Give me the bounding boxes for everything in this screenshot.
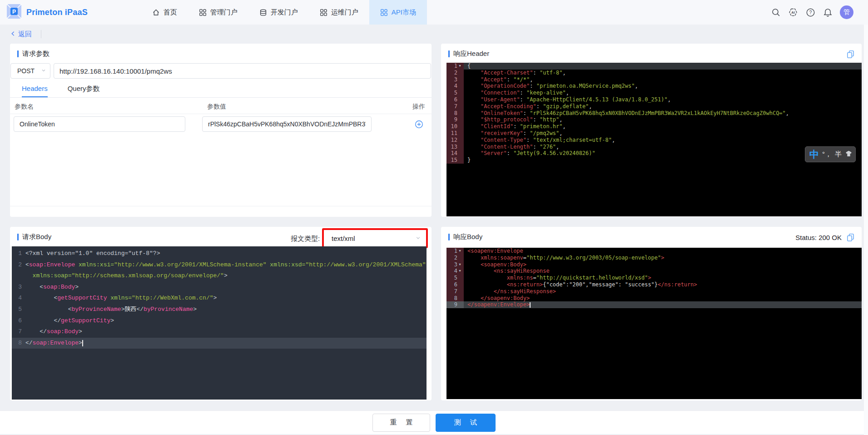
code-line: 4▼ <ns:sayHiResponse [446, 268, 862, 275]
status-badge: Status: 200 OK [795, 234, 842, 241]
body-type-select[interactable]: text/xml [324, 230, 426, 246]
copy-icon[interactable] [846, 233, 855, 242]
nav-label: 首页 [164, 8, 177, 17]
code-line: 1▼<soapenv:Envelope [446, 248, 862, 255]
nav-item-dev-portal[interactable]: 开发门户 [248, 0, 309, 25]
code-line: 1▼{ [446, 63, 862, 70]
page-scrollbar[interactable] [864, 25, 868, 435]
param-name-input[interactable] [14, 116, 185, 132]
param-tabs: Headers Query参数 [10, 84, 432, 98]
breadcrumb: 返回 [10, 27, 41, 41]
test-button[interactable]: 测 试 [436, 414, 496, 432]
nav-label: API市场 [392, 8, 416, 17]
app-root: P Primeton iPaaS 首页 管理门户 [0, 0, 868, 435]
panel-title: 响应Body [448, 233, 482, 241]
response-body-editor[interactable]: 1▼<soapenv:Envelope2 xmlns:soapenv="http… [446, 248, 862, 399]
panel-title-text: 请求Body [22, 233, 51, 241]
code-line: 11 "receiverKey": "/pmq2ws", [446, 130, 862, 137]
nav-label: 管理门户 [210, 8, 238, 17]
code-line: 10 "ClientId": "primeton.hr", [446, 123, 862, 130]
code-line: 8 </soapenv:Body> [446, 295, 862, 302]
brand[interactable]: P Primeton iPaaS [6, 4, 88, 21]
code-line: 3 <soap:Body> [12, 282, 427, 293]
code-line: 7 </ns:sayHiResponse> [446, 288, 862, 295]
code-line: 9 "$http_protocol": "http", [446, 116, 862, 123]
back-button[interactable]: 返回 [10, 30, 32, 39]
user-avatar[interactable]: 管 [840, 5, 853, 19]
divider [10, 206, 432, 206]
method-value: POST [17, 67, 35, 75]
url-input[interactable] [54, 63, 431, 79]
panel-title-text: 响应Header [453, 50, 489, 58]
nav-label: 运维门户 [331, 8, 358, 17]
code-line: 12 "Content-Type": "text/xml;charset=utf… [446, 137, 862, 144]
tab-headers[interactable]: Headers [22, 85, 48, 97]
nav-item-ops-portal[interactable]: 运维门户 [309, 0, 369, 25]
panel-title: 请求参数 [17, 50, 50, 58]
apps-grid-icon [380, 9, 388, 16]
ime-status-bar: 中 °， 半 [805, 146, 856, 162]
chevron-left-icon [10, 30, 16, 38]
method-select[interactable]: POST [10, 63, 50, 79]
request-params-panel: 请求参数 POST Headers Query参数 参数名 参数值 操作 [10, 44, 432, 217]
ime-halfwidth-icon: 半 [835, 150, 842, 159]
chevron-down-icon [415, 235, 421, 242]
svg-text:?: ? [809, 10, 812, 15]
copy-icon[interactable] [846, 50, 855, 59]
code-line: 5 <byProvinceName>陕西</byProvinceName> [12, 304, 427, 315]
nav-item-home[interactable]: 首页 [141, 0, 188, 25]
reset-button[interactable]: 重 置 [372, 414, 430, 432]
brand-logo-icon: P [6, 4, 22, 21]
help-icon[interactable]: ? [805, 7, 815, 17]
ime-chinese-mode-icon: 中 [809, 150, 819, 159]
add-param-icon[interactable] [415, 120, 423, 129]
top-navbar: P Primeton iPaaS 首页 管理门户 [0, 0, 868, 25]
code-line: xmlns:soap="http://schemas.xmlsoap.org/s… [12, 270, 427, 282]
response-body-panel: 响应Body Status: 200 OK 1▼<soapenv:Envelop… [441, 227, 862, 400]
param-table-header: 参数名 参数值 操作 [10, 99, 432, 114]
ime-skin-icon [845, 150, 853, 159]
body-type-highlight-box: text/xml [322, 228, 428, 248]
code-line: 7 </soap:Body> [12, 326, 427, 338]
tab-query-params[interactable]: Query参数 [68, 85, 100, 97]
home-icon [152, 9, 160, 16]
ime-punctuation-icon: °， [822, 150, 832, 159]
title-accent-bar [17, 234, 19, 240]
stack-icon [259, 9, 267, 16]
code-line: 1<?xml version="1.0" encoding="utf-8"?> [12, 248, 427, 260]
column-header-name: 参数名 [15, 103, 34, 111]
code-line: 15} [446, 157, 862, 164]
code-line: 3 "Accept": "*/*", [446, 76, 862, 83]
request-body-panel: 请求Body 报文类型: text/xml 1<?xml version="1.… [10, 227, 432, 400]
search-icon[interactable] [771, 7, 781, 17]
param-value-input[interactable] [202, 116, 372, 132]
column-header-operation: 操作 [412, 103, 425, 111]
brand-name: Primeton iPaaS [26, 8, 88, 17]
response-header-panel: 响应Header 1▼{2 "Accept-Charset": "utf-8",… [441, 44, 862, 217]
svg-text:AI: AI [791, 10, 795, 15]
code-line: 5 xmlns:ns="http://quickstart.helloworld… [446, 275, 862, 281]
ai-icon[interactable]: AI [788, 7, 798, 17]
code-line: 2<soap:Envelope xmlns:xsi="http://www.w3… [12, 260, 427, 271]
code-line: 6 </getSupportCity> [12, 315, 427, 327]
panel-title-text: 请求参数 [22, 50, 50, 58]
nav-item-admin-portal[interactable]: 管理门户 [188, 0, 248, 25]
code-line: 6 "User-Agent": "Apache-HttpClient/4.5.1… [446, 96, 862, 103]
panel-title-text: 响应Body [453, 233, 482, 241]
chevron-down-icon [41, 67, 46, 75]
code-line: 8</soap:Envelope> [12, 338, 427, 349]
back-label: 返回 [18, 30, 32, 39]
navbar-actions: AI ? 管 [771, 5, 853, 19]
request-body-editor[interactable]: 1<?xml version="1.0" encoding="utf-8"?>2… [12, 246, 427, 400]
panel-title: 响应Header [448, 50, 489, 58]
code-line: 8 "OnlineToken": "rPlSk46zpCBaH5vPK68hq5… [446, 110, 862, 117]
main-nav: 首页 管理门户 开发门户 运维门户 [141, 0, 427, 25]
title-accent-bar [448, 50, 450, 57]
code-line: 5 "Connection": "keep-alive", [446, 90, 862, 96]
nav-label: 开发门户 [271, 8, 298, 17]
code-line: 2 "Accept-Charset": "utf-8", [446, 70, 862, 76]
svg-text:P: P [12, 9, 16, 15]
bell-icon[interactable] [823, 7, 833, 17]
response-header-editor[interactable]: 1▼{2 "Accept-Charset": "utf-8",3 "Accept… [446, 63, 862, 216]
nav-item-api-market[interactable]: API市场 [369, 0, 427, 25]
